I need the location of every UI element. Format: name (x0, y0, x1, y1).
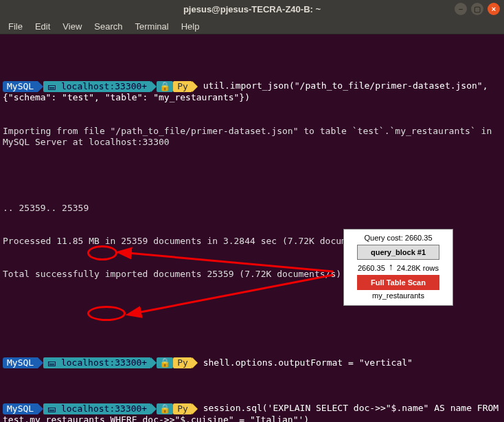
prompt-db-chip: MySQL (3, 403, 38, 414)
cost-title: Query cost: 2660.35 (350, 234, 447, 242)
menu-search[interactable]: Search (89, 20, 128, 33)
full-table-scan: Full Table Scan (357, 275, 439, 290)
prompt-conn-chip: localhost:33300+ (43, 403, 151, 414)
lock-icon: 🔒 (157, 403, 173, 414)
disk-icon (47, 81, 56, 91)
terminal-body[interactable]: MySQL localhost:33300+🔒Py util.import_js… (0, 34, 504, 422)
menu-file[interactable]: File (3, 20, 28, 33)
window-titlebar: pjesus@pjesus-TECRA-Z40-B: ~ – ▢ × (0, 0, 504, 19)
prompt-db-chip: MySQL (3, 81, 38, 92)
menu-terminal[interactable]: Terminal (130, 20, 174, 33)
menubar: File Edit View Search Terminal Help (0, 19, 504, 34)
prompt-lang-chip: Py (173, 403, 192, 414)
cost-table: my_restaurants (350, 291, 447, 300)
query-block: query_block #1 (357, 245, 439, 260)
menu-view[interactable]: View (57, 20, 87, 33)
prompt-lang-chip: Py (173, 357, 192, 368)
lock-icon: 🔒 (157, 357, 173, 368)
window-title: pjesus@pjesus-TECRA-Z40-B: ~ (183, 4, 321, 14)
maximize-button[interactable]: ▢ (471, 3, 483, 15)
prompt-conn-chip: localhost:33300+ (43, 357, 151, 368)
close-button[interactable]: × (488, 3, 500, 15)
output-line: .. 25359.. 25359 (3, 203, 501, 214)
prompt-db-chip: MySQL (3, 357, 38, 368)
menu-help[interactable]: Help (176, 20, 205, 33)
disk-icon (47, 403, 56, 414)
output-line: Importing from file "/path_to_file/prime… (3, 126, 501, 148)
command-input: shell.options.outputFormat = "vertical" (203, 357, 413, 368)
prompt-lang-chip: Py (173, 81, 192, 92)
query-cost-popup: Query cost: 2660.35 query_block #1 2660.… (343, 229, 453, 306)
disk-icon (47, 357, 56, 368)
minimize-button[interactable]: – (455, 3, 467, 15)
menu-edit[interactable]: Edit (30, 20, 56, 33)
cost-left: 2660.35 (358, 264, 385, 272)
up-arrow-icon: ↑ (389, 264, 393, 272)
lock-icon: 🔒 (157, 81, 173, 92)
cost-right: 24.28K rows (397, 264, 439, 272)
prompt-conn-chip: localhost:33300+ (43, 81, 151, 92)
